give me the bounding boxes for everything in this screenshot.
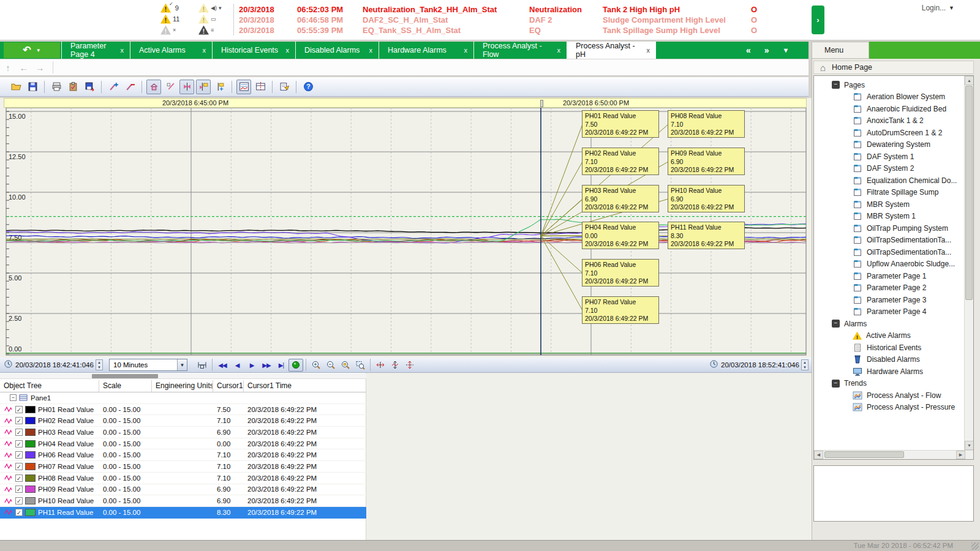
collapse-icon[interactable]: − [832,380,840,388]
zoom-in-button[interactable] [309,359,323,372]
lock-pens-button[interactable] [146,80,161,94]
tab-close-icon[interactable]: x [647,47,650,54]
tree-item-anaerobic-fluidized-bed[interactable]: Anaerobic Fluidized Bed [814,103,964,115]
scrollbar-thumb[interactable] [824,451,904,458]
scrollbar-thumb[interactable] [92,374,158,378]
column-header-engineering-units[interactable]: Engineering Units [152,380,213,392]
table-row-ph07[interactable]: ✓PH07 Read Value0.00 - 15.007.1020/3/201… [0,461,366,473]
tab-active-alarms[interactable]: Active Alarmsx [130,42,212,59]
pen-visible-checkbox[interactable]: ✓ [15,485,23,493]
scroll-tabs-left-icon[interactable]: « [746,45,751,55]
cursor-next-button[interactable] [196,80,211,94]
tree-item-filtrate-spillage-sump[interactable]: Filtrate Spillage Sump [814,187,964,199]
pen-color-swatch[interactable] [25,417,36,424]
tab-historical-events[interactable]: Historical Eventsx [212,42,295,59]
tree-item-oiltrapsedimentationta-[interactable]: OilTrapSedimentationTa... [814,246,964,258]
pen-color-swatch[interactable] [25,429,36,436]
table-row-ph04[interactable]: ✓PH04 Read Value0.00 - 15.000.0020/3/201… [0,438,366,450]
tab-parameter-page-4[interactable]: Parameter Page 4x [61,42,130,59]
tree-item-process-analyst-pressure[interactable]: Process Analyst - Pressure [814,402,964,414]
tree-item-mbr-system-1[interactable]: MBR System 1 [814,211,964,223]
pen-visible-checkbox[interactable]: ✓ [15,474,23,482]
alarm-row[interactable]: 20/3/201805:55:39 PMEQ_Tank_SS_H_Alm_Sta… [239,25,778,36]
alarm-list-indicator[interactable]: ≡ [198,26,229,35]
tab-process-analyst-ph[interactable]: Process Analyst - pHx [567,42,656,59]
disabled-alarm-indicator[interactable]: × [160,26,198,35]
end-time-spinner[interactable]: ▲▼ [801,359,809,370]
tree-item-parameter-page-1[interactable]: Parameter Page 1 [814,270,964,282]
pen-visible-checkbox[interactable]: ✓ [15,417,23,424]
collapse-icon[interactable]: − [10,394,17,401]
time-span-select[interactable]: 10 Minutes ▼ [109,359,187,371]
table-row-ph09[interactable]: ✓PH09 Read Value0.00 - 15.006.9020/3/201… [0,484,366,496]
span-x-button[interactable] [373,359,388,372]
add-pen-button[interactable] [106,80,121,94]
table-row-ph03[interactable]: ✓PH03 Read Value0.00 - 15.006.9020/3/201… [0,427,366,438]
table-row-ph10[interactable]: ✓PH10 Read Value0.00 - 15.006.9020/3/201… [0,495,366,507]
tree-item-trends[interactable]: −Trends [814,378,964,390]
alarm-sound-indicator[interactable]: ◀) ▾ [198,4,229,13]
tree-item-disabled-alarms[interactable]: Disabled Alarms [814,354,964,366]
collapse-icon[interactable]: − [832,320,840,328]
scrollbar-thumb[interactable] [965,86,973,300]
tab-hardware-alarms[interactable]: Hardware Alarmsx [379,42,473,59]
tree-item-upflow-anaerobic-sludge-[interactable]: Upflow Anaerobic Sludge... [814,258,964,271]
tab-close-icon[interactable]: x [369,47,373,54]
to-end-button[interactable]: ▶| [274,359,288,372]
tree-item-equalization-chemical-do-[interactable]: Equalization Chemical Do... [814,174,964,187]
nav-back-button[interactable]: ← [16,62,32,73]
start-time-value[interactable]: 20/03/2018 18:42:41:046 [15,361,94,369]
pen-color-swatch[interactable] [25,406,36,413]
column-header-scale[interactable]: Scale [99,380,152,392]
tab-close-icon[interactable]: x [203,47,206,54]
unlink-cursor-button[interactable] [163,80,178,94]
tree-item-anoxictank-1-2[interactable]: AnoxicTank 1 & 2 [814,115,964,127]
tree-item-parameter-page-4[interactable]: Parameter Page 4 [814,306,964,318]
pen-visible-checkbox[interactable]: ✓ [15,509,23,516]
autoscale-button[interactable] [402,359,417,372]
remove-pen-button[interactable] [123,80,137,94]
end-time-value[interactable]: 20/03/2018 18:52:41:046 [721,361,799,369]
cursor-drag-handle[interactable] [540,100,543,107]
tab-disabled-alarms[interactable]: Disabled Alarmsx [295,42,379,59]
unacknowledged-alarms-indicator[interactable]: 11 [160,15,198,24]
time-axis-band[interactable]: 20/3/2018 6:45:00 PM20/3/2018 6:50:00 PM [4,98,807,108]
table-row-pane[interactable]: −Pane1 [0,392,366,404]
table-row-ph02[interactable]: ✓PH02 Read Value0.00 - 15.007.1020/3/201… [0,415,366,427]
tree-item-pages[interactable]: −Pages [814,79,964,91]
sidebar-home-item[interactable]: ⌂ Home Page [813,61,974,74]
tree-vertical-scrollbar[interactable]: ▲ ▼ [964,76,973,450]
tab-close-icon[interactable]: x [557,47,561,54]
ffwd-button[interactable]: ▶▶ [259,359,274,372]
live-button[interactable] [288,359,303,372]
tree-item-dewatering-system[interactable]: Dewatering System [814,139,964,151]
tree-item-alarms[interactable]: −Alarms [814,318,964,330]
tree-item-active-alarms[interactable]: Active Alarms [814,330,964,342]
scroll-up-icon[interactable]: ▲ [965,76,974,85]
collapse-icon[interactable]: − [832,81,840,89]
cursor-add-button[interactable] [213,80,227,94]
tree-item-autodrumscreen-1-2[interactable]: AutoDrumScreen 1 & 2 [814,127,964,139]
pen-color-swatch[interactable] [25,485,36,493]
tree-item-oiltrapsedimentationta-[interactable]: OilTrapSedimentationTa... [814,234,964,247]
tab-close-icon[interactable]: x [464,47,468,54]
table-row-ph06[interactable]: ✓PH06 Read Value0.00 - 15.007.1020/3/201… [0,449,366,461]
pen-visible-checkbox[interactable]: ✓ [15,406,23,413]
step-fwd-button[interactable]: ▶ [244,359,259,372]
save-button[interactable] [25,80,40,94]
nav-forward-button[interactable]: → [32,62,48,73]
tree-item-process-analyst-flow[interactable]: Process Analyst - Flow [814,389,964,402]
tab-close-icon[interactable]: x [121,47,124,54]
pen-color-swatch[interactable] [25,463,36,470]
tree-item-parameter-page-3[interactable]: Parameter Page 3 [814,294,964,306]
object-view-button[interactable] [236,80,251,94]
table-row-ph08[interactable]: ✓PH08 Read Value0.00 - 15.007.1020/3/201… [0,473,366,484]
rewind-button[interactable]: ◀◀ [215,359,230,372]
cursor-prev-button[interactable] [179,80,194,94]
tree-item-aeration-blower-system[interactable]: Aeration Blower System [814,91,964,103]
pen-color-swatch[interactable] [25,474,36,482]
menu-button[interactable]: Menu [812,42,869,59]
pen-color-swatch[interactable] [25,497,36,504]
table-row-ph11[interactable]: ✓PH11 Read Value0.00 - 15.008.3020/3/201… [0,507,366,519]
pen-visible-checkbox[interactable]: ✓ [15,463,23,470]
